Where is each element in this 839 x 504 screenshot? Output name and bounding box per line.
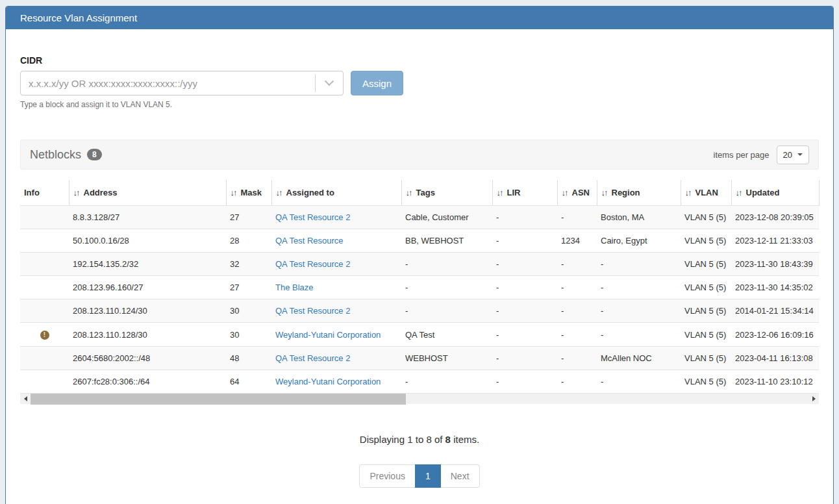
asn-cell: - bbox=[557, 299, 597, 323]
asn-cell: - bbox=[557, 323, 597, 347]
assigned-to-link[interactable]: Weyland-Yutani Corporation bbox=[275, 330, 381, 340]
lir-cell: - bbox=[492, 347, 557, 370]
column-header-lir[interactable]: ↓↑LIR bbox=[492, 180, 557, 206]
updated-cell: 2023-11-30 14:35:02 bbox=[731, 276, 819, 299]
tags-cell: - bbox=[401, 276, 492, 299]
vlan-cell: VLAN 5 (5) bbox=[681, 299, 731, 323]
warning-icon[interactable]: ! bbox=[40, 331, 49, 340]
column-header-vlan[interactable]: ↓↑VLAN bbox=[681, 180, 731, 206]
page-size-value: 20 bbox=[783, 150, 792, 160]
sort-icon: ↓↑ bbox=[562, 188, 568, 197]
netblocks-count-badge: 8 bbox=[87, 149, 102, 160]
page-size-dropdown[interactable]: 20 bbox=[777, 145, 809, 164]
info-cell bbox=[20, 253, 69, 276]
tags-cell: Cable, Customer bbox=[401, 206, 492, 229]
tags-cell: - bbox=[401, 370, 492, 394]
previous-page-button[interactable]: Previous bbox=[359, 464, 415, 488]
sort-icon: ↓↑ bbox=[685, 188, 691, 197]
region-cell: Cairo, Egypt bbox=[597, 229, 681, 253]
column-header-updated[interactable]: ↓↑Updated bbox=[731, 180, 819, 206]
chevron-down-icon[interactable] bbox=[316, 71, 343, 95]
info-cell bbox=[20, 229, 69, 253]
updated-cell: 2023-04-11 16:13:08 bbox=[731, 347, 819, 370]
results-count: 8 bbox=[445, 434, 451, 445]
region-cell: - bbox=[597, 299, 681, 323]
scroll-right-icon[interactable] bbox=[808, 394, 819, 405]
cidr-label: CIDR bbox=[20, 55, 819, 66]
asn-cell: - bbox=[557, 206, 597, 229]
address-cell: 208.123.96.160/27 bbox=[69, 276, 226, 299]
vlan-cell: VLAN 5 (5) bbox=[681, 206, 731, 229]
assigned-to-cell: Weyland-Yutani Corporation bbox=[271, 370, 401, 394]
scroll-left-icon[interactable] bbox=[20, 394, 31, 405]
tags-cell: - bbox=[401, 299, 492, 323]
next-page-button[interactable]: Next bbox=[440, 464, 480, 488]
vlan-cell: VLAN 5 (5) bbox=[681, 253, 731, 276]
info-cell bbox=[20, 347, 69, 370]
asn-cell: - bbox=[557, 370, 597, 394]
sort-icon: ↓↑ bbox=[736, 188, 742, 197]
assigned-to-link[interactable]: QA Test Resource 2 bbox=[275, 212, 350, 222]
mask-cell: 27 bbox=[226, 206, 271, 229]
address-cell: 208.123.110.124/30 bbox=[69, 299, 226, 323]
table-row: ! 208.123.110.128/30 30 Weyland-Yutani C… bbox=[20, 323, 819, 347]
address-cell: 2607:fc28:0:306::/64 bbox=[69, 370, 226, 394]
table-row: 50.100.0.16/28 28 QA Test Resource BB, W… bbox=[20, 229, 819, 253]
column-header-tags[interactable]: ↓↑Tags bbox=[401, 180, 492, 206]
asn-cell: 1234 bbox=[557, 229, 597, 253]
region-cell: - bbox=[597, 276, 681, 299]
updated-cell: 2023-11-30 18:43:39 bbox=[731, 253, 819, 276]
cidr-form: CIDR Assign Type a block and assign it t… bbox=[20, 55, 819, 109]
column-header-mask[interactable]: ↓↑Mask bbox=[226, 180, 271, 206]
assigned-to-cell: QA Test Resource 2 bbox=[271, 299, 401, 323]
netblocks-title: Netblocks bbox=[30, 148, 81, 162]
horizontal-scrollbar[interactable] bbox=[20, 393, 819, 404]
assigned-to-link[interactable]: QA Test Resource bbox=[275, 236, 344, 246]
region-cell: - bbox=[597, 253, 681, 276]
assigned-to-cell: Weyland-Yutani Corporation bbox=[271, 323, 401, 347]
sort-icon: ↓↑ bbox=[406, 188, 412, 197]
sort-icon: ↓↑ bbox=[276, 188, 282, 197]
info-cell bbox=[20, 276, 69, 299]
page-1-button[interactable]: 1 bbox=[415, 464, 441, 488]
assigned-to-cell: QA Test Resource bbox=[271, 229, 401, 253]
updated-cell: 2023-12-08 20:39:05 bbox=[731, 206, 819, 229]
cidr-help-text: Type a block and assign it to VLAN VLAN … bbox=[20, 100, 819, 109]
page-title: Resource Vlan Assignment bbox=[20, 12, 137, 23]
lir-cell: - bbox=[492, 299, 557, 323]
vlan-cell: VLAN 5 (5) bbox=[681, 323, 731, 347]
table-row: 192.154.135.2/32 32 QA Test Resource 2 -… bbox=[20, 253, 819, 276]
info-cell: ! bbox=[20, 323, 69, 347]
panel-header: Resource Vlan Assignment bbox=[6, 6, 833, 29]
assigned-to-link[interactable]: Weyland-Yutani Corporation bbox=[275, 377, 381, 386]
address-cell: 192.154.135.2/32 bbox=[69, 253, 226, 276]
mask-cell: 27 bbox=[226, 276, 271, 299]
mask-cell: 64 bbox=[226, 370, 271, 394]
updated-cell: 2023-12-06 16:09:16 bbox=[731, 323, 819, 347]
panel-body: CIDR Assign Type a block and assign it t… bbox=[6, 55, 833, 504]
scrollbar-thumb[interactable] bbox=[31, 394, 406, 405]
assigned-to-cell: QA Test Resource 2 bbox=[271, 347, 401, 370]
assigned-to-link[interactable]: QA Test Resource 2 bbox=[275, 306, 350, 316]
column-header-assigned-to[interactable]: ↓↑Assigned to bbox=[271, 180, 401, 206]
assign-button[interactable]: Assign bbox=[351, 71, 403, 95]
mask-cell: 30 bbox=[226, 323, 271, 347]
assigned-to-link[interactable]: QA Test Resource 2 bbox=[275, 259, 350, 269]
assigned-to-cell: QA Test Resource 2 bbox=[271, 206, 401, 229]
asn-cell: - bbox=[557, 253, 597, 276]
sort-icon: ↓↑ bbox=[601, 188, 607, 197]
lir-cell: - bbox=[492, 253, 557, 276]
assigned-to-link[interactable]: QA Test Resource 2 bbox=[275, 353, 350, 363]
region-cell: McAllen NOC bbox=[597, 347, 681, 370]
cidr-input[interactable] bbox=[21, 78, 315, 89]
mask-cell: 32 bbox=[226, 253, 271, 276]
cidr-combobox bbox=[20, 71, 344, 95]
results-summary: Displaying 1 to 8 of 8 items. bbox=[20, 434, 819, 445]
asn-cell: - bbox=[557, 347, 597, 370]
column-header-region[interactable]: ↓↑Region bbox=[597, 180, 681, 206]
assigned-to-link[interactable]: The Blaze bbox=[275, 283, 314, 292]
items-per-page-label: items per page bbox=[714, 150, 770, 160]
vlan-cell: VLAN 5 (5) bbox=[681, 276, 731, 299]
column-header-address[interactable]: ↓↑Address bbox=[69, 180, 226, 206]
column-header-asn[interactable]: ↓↑ASN bbox=[557, 180, 597, 206]
